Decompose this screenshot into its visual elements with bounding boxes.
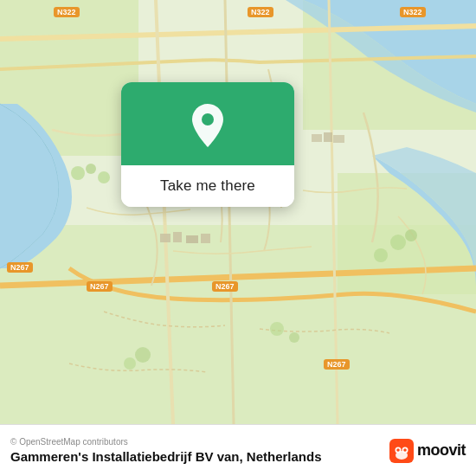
attribution-text: © OpenStreetMap contributors bbox=[10, 437, 389, 447]
svg-point-16 bbox=[86, 164, 96, 174]
svg-point-21 bbox=[270, 322, 284, 336]
svg-point-17 bbox=[98, 171, 110, 183]
svg-rect-6 bbox=[173, 232, 182, 242]
road-label-n267-1: N267 bbox=[7, 262, 33, 273]
popup-green-area bbox=[121, 82, 294, 165]
road-label-n267-4: N267 bbox=[324, 359, 350, 370]
location-pin-icon bbox=[187, 101, 228, 150]
moovit-text: moovit bbox=[417, 441, 466, 460]
svg-point-15 bbox=[71, 166, 85, 180]
road-label-n267-2: N267 bbox=[87, 281, 113, 292]
svg-point-24 bbox=[135, 347, 151, 363]
svg-point-30 bbox=[396, 448, 400, 452]
popup-card: Take me there bbox=[121, 82, 294, 207]
svg-point-22 bbox=[289, 332, 299, 343]
road-label-n322-1: N322 bbox=[54, 7, 80, 17]
road-label-n322-3: N322 bbox=[400, 7, 426, 17]
svg-point-20 bbox=[374, 248, 388, 262]
svg-point-31 bbox=[403, 448, 407, 452]
moovit-icon bbox=[389, 439, 414, 463]
svg-point-25 bbox=[202, 113, 214, 125]
svg-rect-13 bbox=[324, 132, 332, 142]
footer-left: © OpenStreetMap contributors Gammeren's … bbox=[10, 437, 389, 464]
svg-rect-7 bbox=[186, 235, 198, 243]
svg-point-18 bbox=[390, 235, 406, 250]
svg-rect-12 bbox=[312, 134, 322, 142]
take-me-there-button[interactable]: Take me there bbox=[160, 177, 255, 195]
moovit-logo: moovit bbox=[389, 439, 466, 463]
popup-button-area[interactable]: Take me there bbox=[121, 165, 294, 207]
business-name: Gammeren's Installatiebedrijf BV van, Ne… bbox=[10, 449, 389, 464]
svg-rect-5 bbox=[160, 234, 170, 242]
svg-point-23 bbox=[124, 357, 136, 370]
map-area: N322 N322 N322 N267 N267 N267 N267 Take … bbox=[0, 0, 476, 424]
footer: © OpenStreetMap contributors Gammeren's … bbox=[0, 424, 476, 476]
road-label-n322-2: N322 bbox=[248, 7, 273, 17]
map-svg bbox=[0, 0, 476, 424]
svg-rect-14 bbox=[333, 135, 344, 143]
svg-rect-8 bbox=[201, 234, 210, 243]
road-label-n267-3: N267 bbox=[212, 281, 238, 292]
svg-point-19 bbox=[405, 229, 417, 241]
